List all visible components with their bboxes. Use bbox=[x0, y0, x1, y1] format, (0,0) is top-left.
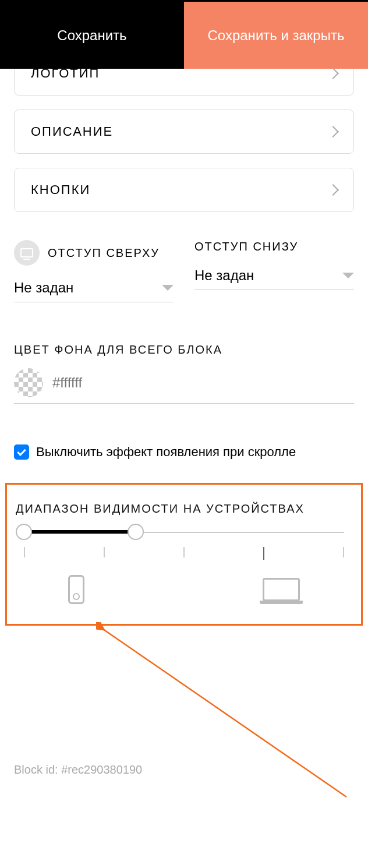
color-swatch[interactable] bbox=[14, 368, 43, 397]
bgcolor-label: ЦВЕТ ФОНА ДЛЯ ВСЕГО БЛОКА bbox=[14, 343, 354, 357]
scroll-effect-label: Выключить эффект появления при скролле bbox=[36, 444, 296, 460]
chevron-down-icon bbox=[342, 273, 354, 278]
padding-top-value: Не задан bbox=[14, 280, 73, 296]
scroll-effect-checkbox[interactable] bbox=[14, 444, 29, 460]
visibility-slider[interactable] bbox=[16, 524, 352, 540]
chevron-right-icon bbox=[327, 126, 339, 137]
accordion-description[interactable]: ОПИСАНИЕ bbox=[14, 110, 354, 154]
accordion-buttons-label: КНОПКИ bbox=[31, 182, 90, 197]
slider-fill bbox=[24, 530, 136, 534]
chevron-right-icon bbox=[327, 184, 339, 196]
visibility-range-box: ДИАПАЗОН ВИДИМОСТИ НА УСТРОЙСТВАХ bbox=[5, 483, 363, 626]
padding-top-select[interactable]: Не задан bbox=[14, 280, 174, 302]
padding-bottom-label: ОТСТУП СНИЗУ bbox=[194, 240, 298, 253]
slider-handle-min[interactable] bbox=[16, 524, 32, 540]
accordion-logo-label: ЛОГОТИП bbox=[31, 66, 100, 81]
bgcolor-input[interactable] bbox=[52, 375, 354, 391]
slider-handle-max[interactable] bbox=[128, 524, 144, 540]
chevron-down-icon bbox=[162, 285, 174, 291]
phone-icon bbox=[68, 575, 84, 604]
laptop-icon bbox=[263, 578, 300, 601]
visibility-label: ДИАПАЗОН ВИДИМОСТИ НА УСТРОЙСТВАХ bbox=[16, 502, 352, 516]
block-id-text: Block id: #rec290380190 bbox=[14, 763, 142, 777]
save-close-button[interactable]: Сохранить и закрыть bbox=[184, 2, 368, 69]
save-button[interactable]: Сохранить bbox=[0, 2, 184, 69]
checkmark-icon bbox=[17, 447, 26, 456]
slider-ticks bbox=[16, 547, 352, 560]
monitor-icon bbox=[14, 240, 40, 266]
accordion-description-label: ОПИСАНИЕ bbox=[31, 124, 113, 139]
save-button-label: Сохранить bbox=[57, 27, 126, 44]
accordion-buttons[interactable]: КНОПКИ bbox=[14, 168, 354, 212]
chevron-right-icon bbox=[327, 68, 339, 79]
save-close-button-label: Сохранить и закрыть bbox=[208, 27, 345, 44]
padding-bottom-select[interactable]: Не задан bbox=[194, 267, 354, 290]
padding-top-label: ОТСТУП СВЕРХУ bbox=[48, 246, 160, 260]
padding-bottom-value: Не задан bbox=[194, 267, 254, 284]
